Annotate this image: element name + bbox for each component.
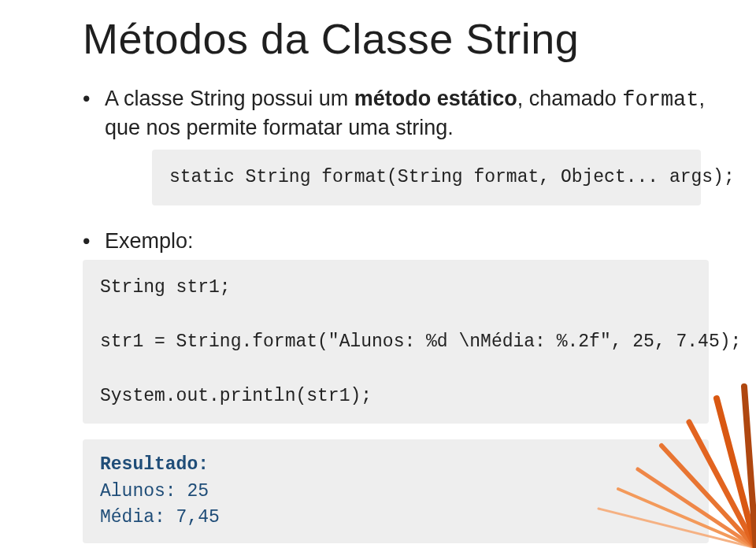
b2-label: Exemplo: bbox=[105, 229, 194, 253]
code-line-3: System.out.println(str1); bbox=[100, 386, 372, 406]
code-line-1: String str1; bbox=[100, 277, 231, 298]
result-line-2: Média: 7,45 bbox=[100, 507, 220, 528]
example-code-block: String str1; str1 = String.format("Aluno… bbox=[83, 260, 709, 424]
slide-title: Métodos da Classe String bbox=[83, 14, 709, 63]
result-line-1: Alunos: 25 bbox=[100, 481, 209, 502]
svg-line-6 bbox=[744, 387, 756, 548]
bullet-list: A classe String possui um método estátic… bbox=[83, 85, 709, 543]
slide-container: Métodos da Classe String A classe String… bbox=[0, 0, 756, 548]
signature-text: static String format(String format, Obje… bbox=[169, 167, 735, 187]
code-line-2: str1 = String.format("Alunos: %d \nMédia… bbox=[100, 331, 741, 352]
b1-bold: método estático bbox=[354, 87, 517, 110]
slide-body: A classe String possui um método estátic… bbox=[83, 85, 709, 543]
bullet-item-1: A classe String possui um método estátic… bbox=[83, 85, 709, 206]
bullet-item-2: Exemplo: String str1; str1 = String.form… bbox=[83, 228, 709, 544]
svg-line-5 bbox=[717, 398, 756, 548]
b1-mono: format bbox=[622, 88, 699, 112]
result-block: Resultado: Alunos: 25 Média: 7,45 bbox=[83, 439, 709, 543]
result-label: Resultado: bbox=[100, 454, 209, 475]
b1-pre: A classe String possui um bbox=[105, 87, 354, 110]
b1-mid: , chamado bbox=[517, 87, 623, 110]
signature-block: static String format(String format, Obje… bbox=[152, 150, 701, 206]
